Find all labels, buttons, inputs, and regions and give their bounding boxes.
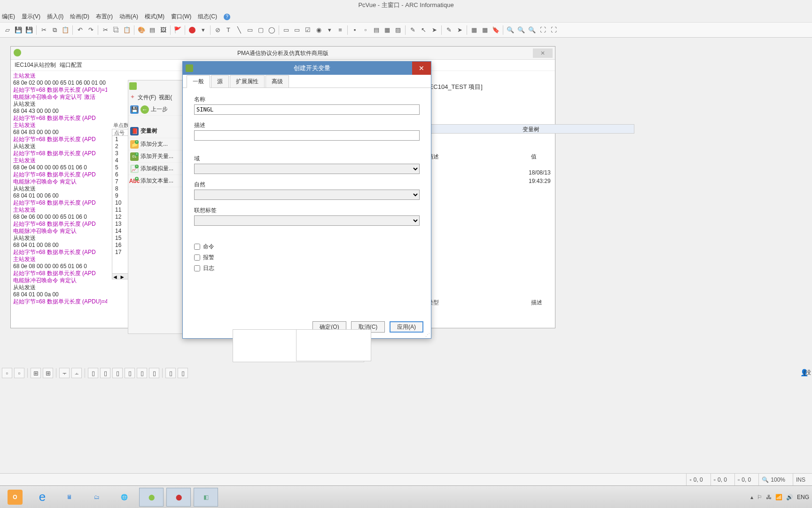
image-icon[interactable]: 🖼 [158,25,168,35]
task-chrome[interactable]: 🌐 [112,488,136,507]
pen2-icon[interactable]: ✎ [444,25,453,35]
dropdown-icon[interactable]: ▾ [198,25,208,35]
check-alarm[interactable] [194,254,200,261]
v7-icon[interactable]: ▯ [165,368,176,378]
menu-edit[interactable]: 编(E) [2,13,15,21]
copy2-icon[interactable]: ⿻ [111,25,121,35]
cut-icon[interactable]: ✂ [39,25,48,35]
v2-icon[interactable]: ▯ [100,368,110,378]
menu-window[interactable]: 窗口(W) [171,13,191,21]
col-type[interactable]: 类型 [428,299,531,307]
flag-icon[interactable]: 🚩 [173,25,182,35]
pen-icon[interactable]: ✎ [408,25,417,35]
tray-flag-icon[interactable]: ⚐ [757,494,762,500]
close-icon[interactable]: ✕ [412,62,431,75]
zoomfit-icon[interactable]: ⛶ [538,25,547,35]
domain-select[interactable] [194,164,420,174]
paste-icon[interactable]: 📋 [61,25,70,35]
stop-icon[interactable] [187,25,197,35]
resize-grip[interactable]: ⋰ [425,332,430,337]
menu-mode[interactable]: 模式(M) [145,13,164,21]
text-icon[interactable]: T [224,25,233,35]
radio-icon[interactable]: ◉ [314,25,323,35]
check-icon[interactable]: ☑ [303,25,312,35]
tab-port[interactable]: 端口配置 [60,61,82,69]
save-icon[interactable]: 💾 [130,105,139,114]
col-value[interactable]: 值 [531,153,634,161]
clipboard-icon[interactable]: 📋 [122,25,132,35]
undo-icon[interactable]: ↶ [75,25,85,35]
add-analog[interactable]: 添加模拟量... [141,165,173,173]
name-input[interactable] [194,104,420,115]
v1-icon[interactable]: ▯ [88,368,98,378]
task-ie[interactable]: e [30,488,55,507]
pma-titlebar[interactable]: PMA通信协议分析及仿真软件商用版 ✕ [11,47,555,60]
button-icon[interactable]: ▭ [281,25,291,35]
copy-icon[interactable]: ⧉ [50,25,59,35]
saveall-icon[interactable]: 💾 [24,25,34,35]
v6-icon[interactable]: ▯ [149,368,159,378]
save-icon[interactable]: 💾 [14,25,23,35]
add-branch[interactable]: 添加分支... [141,140,168,148]
menu-view[interactable]: 显示(V) [22,13,40,21]
palette-icon[interactable]: 🎨 [137,25,146,35]
sheet-icon[interactable]: ▤ [148,25,157,35]
bt1-icon[interactable]: ▫ [2,368,12,378]
img3-icon[interactable]: ▤ [372,25,381,35]
tray-vol-icon[interactable]: 📶 [775,494,782,500]
img1-icon[interactable]: ▪ [350,25,359,35]
help-icon[interactable]: ? [224,14,230,20]
menu-arrange[interactable]: 布置(r) [96,13,113,21]
tab-source[interactable]: 源 [211,75,229,87]
var-tree-label[interactable]: 变量树 [141,127,157,135]
tab-iec104[interactable]: IEC104从站控制 [15,61,56,69]
menu-insert[interactable]: 插入(I) [47,13,63,21]
task-calc[interactable]: 🖩 [57,488,82,507]
img2-icon[interactable]: ▫ [361,25,370,35]
col-desc[interactable]: 描述 [428,153,531,161]
line-icon[interactable]: ╲ [234,25,244,35]
v4-icon[interactable]: ▯ [125,368,135,378]
roundrect-icon[interactable]: ▢ [256,25,265,35]
book2-icon[interactable]: ▦ [480,25,490,35]
menu-draw[interactable]: 绘画(D) [70,13,89,21]
add-switch[interactable]: 添加开关量... [141,152,173,160]
add-text[interactable]: 添加文本量... [141,177,173,185]
align2-icon[interactable]: ⫠ [71,368,82,378]
img4-icon[interactable]: ▦ [383,25,392,35]
task-outlook[interactable]: O [3,488,27,507]
cursor-icon[interactable]: ↖ [419,25,428,35]
ellipse-icon[interactable]: ◯ [267,25,276,35]
assoc-select[interactable] [194,215,420,226]
desc-input[interactable] [194,130,420,141]
img5-icon[interactable]: ▨ [393,25,403,35]
task-explorer[interactable]: 🗂 [85,488,109,507]
rect-icon[interactable]: ▭ [245,25,255,35]
zoom1-icon[interactable]: 🔍 [506,25,515,35]
redo-icon[interactable]: ↷ [86,25,95,35]
grid2-icon[interactable]: ⊞ [43,368,53,378]
tray-lang[interactable]: ENG [797,494,809,500]
check-command[interactable] [194,244,200,250]
apply-button[interactable]: 应用(A) [390,321,423,333]
v8-icon[interactable]: ▯ [178,368,188,378]
back-icon[interactable]: ← [141,105,149,114]
check-log[interactable] [194,265,200,271]
menu-config[interactable]: 组态(C) [198,13,217,21]
send2-icon[interactable]: ➤ [455,25,464,35]
v5-icon[interactable]: ▯ [137,368,147,378]
edit-icon[interactable]: ▭ [292,25,302,35]
bt2-icon[interactable]: ▫ [14,368,24,378]
helper-file-menu[interactable]: 文件(F) [138,94,156,102]
grid-icon[interactable]: ⊞ [31,368,41,378]
menu-animate[interactable]: 动画(A) [119,13,138,21]
task-pma[interactable]: ⬤ [139,488,164,507]
tag-icon[interactable]: 🔖 [491,25,500,35]
nature-select[interactable] [194,190,420,200]
task-app3[interactable]: ◧ [194,488,218,507]
scissors-icon[interactable]: ✂ [101,25,110,35]
new-icon[interactable]: ▱ [3,25,12,35]
tray-up-icon[interactable]: ▴ [750,494,753,500]
zoomsel-icon[interactable]: ⛶ [549,25,558,35]
col-desc2[interactable]: 描述 [531,299,634,307]
